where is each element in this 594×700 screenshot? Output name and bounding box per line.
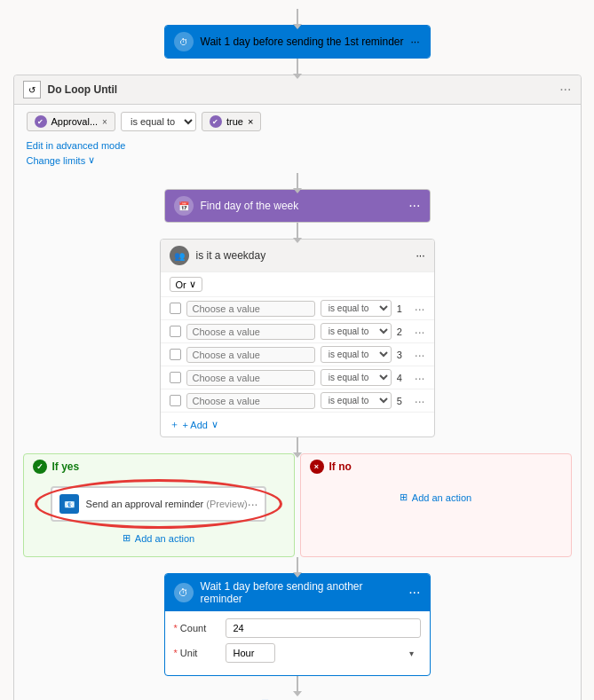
unit-select[interactable]: Hour Minute Second Day bbox=[226, 643, 275, 663]
if-yes-add-action-btn[interactable]: ⊞ Add an action bbox=[123, 527, 194, 549]
cond-num-5: 5 bbox=[397, 396, 409, 406]
connector-5 bbox=[297, 557, 298, 573]
cond-op-1[interactable]: is equal to bbox=[321, 300, 392, 317]
reminder-block[interactable]: 📧 Send an approval reminder (Preview) ··… bbox=[51, 486, 267, 522]
connector-2 bbox=[297, 173, 298, 189]
weekday-more-btn[interactable]: ··· bbox=[416, 249, 424, 262]
unit-field-row: Unit Hour Minute Second Day bbox=[174, 643, 421, 663]
cond-op-3[interactable]: is equal to bbox=[321, 346, 392, 363]
find-day-more[interactable]: ··· bbox=[408, 198, 420, 214]
reminder-preview: (Preview) bbox=[206, 499, 247, 509]
cond-row-1: is equal to 1 ··· bbox=[161, 296, 434, 319]
loop-header: ↺ Do Loop Until ··· bbox=[14, 75, 581, 105]
cond-num-4: 4 bbox=[397, 373, 409, 383]
cond-num-2: 2 bbox=[397, 326, 409, 337]
unit-label: Unit bbox=[174, 648, 218, 658]
if-no-label: If no bbox=[329, 460, 352, 473]
if-no-body: ⊞ Add an action bbox=[301, 479, 571, 515]
if-yes-icon: ✓ bbox=[33, 460, 47, 474]
cond-more-1[interactable]: ··· bbox=[415, 302, 425, 316]
or-button[interactable]: Or ∨ bbox=[170, 277, 202, 292]
true-chip-label: true bbox=[226, 116, 243, 127]
reminder-icon: 📧 bbox=[59, 494, 79, 514]
cond-op-2[interactable]: is equal to bbox=[321, 323, 392, 340]
find-day-label: Find day of the week bbox=[201, 200, 402, 212]
count-input[interactable] bbox=[226, 618, 421, 638]
cond-more-4[interactable]: ··· bbox=[415, 371, 425, 385]
cond-value-2[interactable] bbox=[186, 324, 315, 340]
true-chip-close[interactable]: × bbox=[248, 116, 253, 127]
connector-3 bbox=[297, 223, 298, 239]
add-condition-btn[interactable]: ＋ + Add ∨ bbox=[170, 418, 218, 431]
wait-another-body: Count Unit Hour Minute Second Day bbox=[165, 611, 430, 675]
weekday-condition-block: 👥 is it a weekday ··· Or ∨ is equal to 1 bbox=[160, 239, 435, 437]
cond-row-5: is equal to 5 ··· bbox=[161, 389, 434, 412]
cond-checkbox-4[interactable] bbox=[170, 372, 181, 383]
operator-select[interactable]: is equal to bbox=[121, 112, 196, 131]
canvas: ⏱ Wait 1 day before sending the 1st remi… bbox=[0, 0, 594, 700]
connector-4 bbox=[297, 437, 298, 453]
cond-op-5[interactable]: is equal to bbox=[321, 392, 392, 409]
loop-condition-row: ✔ Approval... × is equal to ✔ true × bbox=[14, 105, 581, 138]
cond-checkbox-2[interactable] bbox=[170, 326, 181, 337]
cond-value-1[interactable] bbox=[186, 301, 315, 317]
loop-title: Do Loop Until bbox=[48, 83, 560, 96]
edit-advanced-link[interactable]: Edit in advanced mode bbox=[14, 138, 139, 153]
approval-chip-label: Approval... bbox=[51, 116, 99, 127]
wait-1day-more[interactable]: ··· bbox=[411, 35, 420, 48]
wait-1day-header: ⏱ Wait 1 day before sending the 1st remi… bbox=[165, 26, 430, 58]
cond-more-2[interactable]: ··· bbox=[415, 325, 425, 339]
loop-icon: ↺ bbox=[23, 81, 41, 98]
approval-chip[interactable]: ✔ Approval... × bbox=[27, 112, 115, 131]
reminder-label: Send an approval reminder (Preview) bbox=[86, 499, 248, 509]
if-no-header: × If no bbox=[301, 454, 571, 479]
wait-1day-label: Wait 1 day before sending the 1st remind… bbox=[201, 35, 404, 48]
cond-value-5[interactable] bbox=[186, 393, 315, 409]
cond-more-5[interactable]: ··· bbox=[415, 394, 425, 408]
loop-more-btn[interactable]: ··· bbox=[559, 82, 571, 98]
connector-1 bbox=[297, 59, 298, 75]
cond-num-1: 1 bbox=[397, 303, 409, 314]
connector-6 bbox=[297, 676, 298, 692]
reminder-more-btn[interactable]: ··· bbox=[248, 497, 258, 511]
count-label: Count bbox=[174, 623, 218, 633]
if-no-icon: × bbox=[310, 460, 324, 474]
cond-num-3: 3 bbox=[397, 350, 409, 360]
if-no-add-action-btn[interactable]: ⊞ Add an action bbox=[400, 486, 471, 508]
if-yes-box: ✓ If yes 📧 Send an approval reminder (Pr… bbox=[23, 453, 295, 557]
if-yes-body: 📧 Send an approval reminder (Preview) ··… bbox=[24, 479, 294, 556]
cond-checkbox-3[interactable] bbox=[170, 349, 181, 360]
wait-another-header: ⏱ Wait 1 day before sending another remi… bbox=[165, 574, 430, 611]
find-day-block[interactable]: 📅 Find day of the week ··· bbox=[164, 189, 431, 223]
wait-another-more[interactable]: ··· bbox=[408, 585, 420, 601]
or-row: Or ∨ bbox=[161, 272, 434, 296]
unit-select-wrapper: Hour Minute Second Day bbox=[226, 643, 421, 663]
count-field-row: Count bbox=[174, 618, 421, 638]
cond-more-3[interactable]: ··· bbox=[415, 348, 425, 362]
change-limits-btn[interactable]: Change limits ∨ bbox=[14, 153, 581, 173]
wait-1day-block[interactable]: ⏱ Wait 1 day before sending the 1st remi… bbox=[164, 25, 431, 59]
cond-checkbox-5[interactable] bbox=[170, 395, 181, 406]
cond-op-4[interactable]: is equal to bbox=[321, 369, 392, 386]
find-day-header: 📅 Find day of the week ··· bbox=[165, 190, 430, 222]
reminder-highlight: 📧 Send an approval reminder (Preview) ··… bbox=[51, 486, 267, 522]
loop-body: 📅 Find day of the week ··· 👥 is it a wee… bbox=[14, 173, 581, 700]
split-container: ✓ If yes 📧 Send an approval reminder (Pr… bbox=[23, 453, 572, 557]
cond-value-3[interactable] bbox=[186, 347, 315, 363]
if-yes-add-icon: ⊞ bbox=[123, 532, 131, 544]
cond-checkbox-1[interactable] bbox=[170, 303, 181, 314]
cond-row-2: is equal to 2 ··· bbox=[161, 319, 434, 342]
calendar-icon: 📅 bbox=[174, 196, 194, 216]
wait-another-label: Wait 1 day before sending another remind… bbox=[201, 580, 402, 605]
true-chip-icon: ✔ bbox=[210, 115, 222, 128]
approval-chip-close[interactable]: × bbox=[102, 117, 107, 127]
if-no-add-icon: ⊞ bbox=[400, 492, 408, 503]
cond-row-3: is equal to 3 ··· bbox=[161, 342, 434, 366]
clock-icon: ⏱ bbox=[174, 32, 194, 51]
wait-another-icon: ⏱ bbox=[174, 583, 194, 602]
add-btn-row: ＋ + Add ∨ bbox=[161, 412, 434, 437]
true-chip[interactable]: ✔ true × bbox=[202, 112, 261, 131]
cond-value-4[interactable] bbox=[186, 370, 315, 386]
weekday-label: is it a weekday bbox=[196, 249, 409, 262]
if-no-box: × If no ⊞ Add an action bbox=[300, 453, 572, 557]
